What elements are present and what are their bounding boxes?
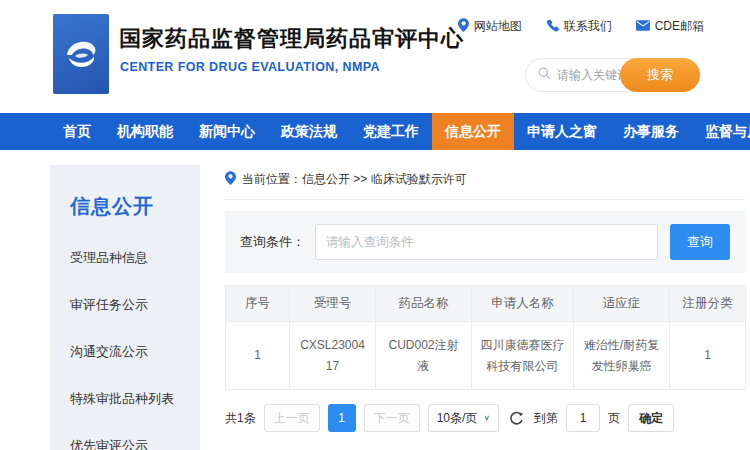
location-pin-icon	[225, 171, 236, 188]
nav-item-home[interactable]: 首页	[50, 113, 104, 150]
goto-page-suffix: 页	[608, 410, 620, 427]
site-header: 国家药品监督管理局药品审评中心 CENTER FOR DRUG EVALUATI…	[0, 0, 750, 112]
main-nav: 首页 机构职能 新闻中心 政策法规 党建工作 信息公开 申请人之窗 办事服务 监…	[0, 113, 750, 150]
query-bar: 查询条件： 查询	[225, 211, 745, 273]
cell-drug-name: CUD002注射液	[376, 322, 472, 390]
breadcrumb-text: 当前位置：信息公开 >> 临床试验默示许可	[242, 171, 467, 188]
sidebar-item-special-approval-list[interactable]: 特殊审批品种列表	[50, 390, 200, 408]
cell-applicant: 四川康德赛医疗科技有限公司	[472, 322, 574, 390]
column-header-applicant: 申请人名称	[472, 286, 574, 322]
table-header-row: 序号 受理号 药品名称 申请人名称 适应症 注册分类	[226, 286, 746, 322]
nav-item-policies[interactable]: 政策法规	[268, 113, 350, 150]
page-body: 信息公开 受理品种信息 审评任务公示 沟通交流公示 特殊审批品种列表 优先审评公…	[0, 150, 750, 450]
nav-item-org-functions[interactable]: 机构职能	[104, 113, 186, 150]
cde-logo[interactable]	[53, 14, 109, 94]
magnifier-icon	[538, 66, 551, 84]
query-condition-input[interactable]	[315, 224, 658, 260]
page-size-select[interactable]: 10条/页 ∨	[428, 404, 499, 432]
site-subtitle: CENTER FOR DRUG EVALUATION, NMPA	[120, 60, 380, 74]
cell-seq: 1	[226, 322, 290, 390]
cell-acceptance-no: CXSL2300417	[290, 322, 376, 390]
next-page-button[interactable]: 下一页	[364, 404, 420, 432]
main-content: 当前位置：信息公开 >> 临床试验默示许可 查询条件： 查询 序号 受理号 药品…	[225, 165, 745, 432]
cell-indication: 难治性/耐药复发性卵巢癌	[574, 322, 670, 390]
nav-item-party-building[interactable]: 党建工作	[350, 113, 432, 150]
goto-page-input[interactable]	[566, 404, 600, 432]
search-button[interactable]: 搜索	[620, 58, 700, 92]
results-table: 序号 受理号 药品名称 申请人名称 适应症 注册分类 1 CXSL2300417…	[225, 285, 746, 390]
breadcrumb-divider	[225, 199, 745, 200]
column-header-drug-name: 药品名称	[376, 286, 472, 322]
nav-item-info-disclosure[interactable]: 信息公开	[432, 113, 514, 150]
nav-item-services[interactable]: 办事服务	[610, 113, 692, 150]
column-header-acceptance-no: 受理号	[290, 286, 376, 322]
sidebar-item-review-tasks[interactable]: 审评任务公示	[50, 296, 200, 314]
goto-confirm-button[interactable]: 确定	[628, 404, 674, 432]
sidebar: 信息公开 受理品种信息 审评任务公示 沟通交流公示 特殊审批品种列表 优先审评公…	[50, 165, 200, 450]
total-count: 共1条	[225, 410, 256, 427]
chevron-down-icon: ∨	[483, 414, 490, 422]
refresh-icon[interactable]	[509, 411, 524, 426]
nav-item-news-center[interactable]: 新闻中心	[186, 113, 268, 150]
location-pin-icon	[458, 18, 469, 35]
breadcrumb: 当前位置：信息公开 >> 临床试验默示许可	[225, 171, 745, 188]
envelope-icon	[636, 20, 650, 34]
column-header-reg-category: 注册分类	[670, 286, 746, 322]
column-header-seq: 序号	[226, 286, 290, 322]
contact-link[interactable]: 联系我们	[546, 18, 612, 35]
phone-icon	[546, 19, 559, 35]
cell-reg-category: 1	[670, 322, 746, 390]
query-button[interactable]: 查询	[670, 224, 730, 260]
header-quick-links: 网站地图 联系我们 CDE邮箱	[458, 18, 704, 35]
mail-link[interactable]: CDE邮箱	[636, 18, 704, 35]
query-label: 查询条件：	[240, 233, 305, 251]
prev-page-button[interactable]: 上一页	[264, 404, 320, 432]
sidebar-title: 信息公开	[50, 165, 200, 220]
sidebar-item-priority-review[interactable]: 优先审评公示	[50, 437, 200, 450]
cde-website-page: 国家药品监督管理局药品审评中心 CENTER FOR DRUG EVALUATI…	[0, 0, 750, 450]
sidebar-item-communication[interactable]: 沟通交流公示	[50, 343, 200, 361]
cde-swirl-icon	[61, 32, 101, 76]
pagination: 共1条 上一页 1 下一页 10条/页 ∨ 到第 页 确定	[225, 404, 745, 432]
sitemap-link[interactable]: 网站地图	[458, 18, 522, 35]
nav-item-applicant-window[interactable]: 申请人之窗	[514, 113, 610, 150]
header-search: 搜索	[525, 58, 700, 92]
sidebar-item-accepted-varieties[interactable]: 受理品种信息	[50, 249, 200, 267]
table-row: 1 CXSL2300417 CUD002注射液 四川康德赛医疗科技有限公司 难治…	[226, 322, 746, 390]
page-number-1[interactable]: 1	[328, 404, 356, 432]
column-header-indication: 适应症	[574, 286, 670, 322]
goto-page-prefix: 到第	[534, 410, 558, 427]
site-title: 国家药品监督管理局药品审评中心	[119, 24, 464, 54]
nav-item-supervision-feedback[interactable]: 监督与反馈	[692, 113, 750, 150]
